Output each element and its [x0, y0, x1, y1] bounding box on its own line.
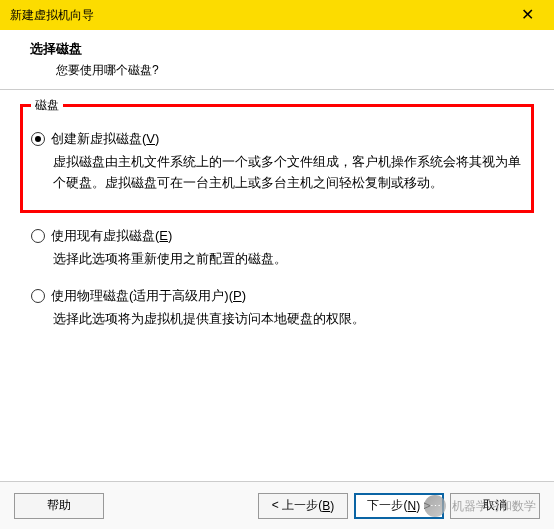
option-description: 虚拟磁盘由主机文件系统上的一个或多个文件组成，客户机操作系统会将其视为单个硬盘。…: [53, 152, 523, 194]
option-create-new-disk[interactable]: 创建新虚拟磁盘(V) 虚拟磁盘由主机文件系统上的一个或多个文件组成，客户机操作系…: [31, 130, 523, 194]
wizard-header: 选择磁盘 您要使用哪个磁盘?: [0, 30, 554, 90]
title-bar: 新建虚拟机向导 ✕: [0, 0, 554, 30]
option-use-physical-disk[interactable]: 使用物理磁盘(适用于高级用户)(P) 选择此选项将为虚拟机提供直接访问本地硬盘的…: [31, 287, 534, 330]
close-icon[interactable]: ✕: [508, 0, 546, 30]
radio-icon[interactable]: [31, 132, 45, 146]
wizard-footer: 帮助 < 上一步(B) 下一步(N) > 取消: [0, 481, 554, 529]
radio-icon[interactable]: [31, 289, 45, 303]
back-button[interactable]: < 上一步(B): [258, 493, 348, 519]
radio-icon[interactable]: [31, 229, 45, 243]
option-label: 创建新虚拟磁盘(V): [51, 130, 159, 148]
page-title: 选择磁盘: [30, 40, 554, 58]
cancel-button[interactable]: 取消: [450, 493, 540, 519]
option-use-existing-disk[interactable]: 使用现有虚拟磁盘(E) 选择此选项将重新使用之前配置的磁盘。: [31, 227, 534, 270]
content-area: 磁盘 创建新虚拟磁盘(V) 虚拟磁盘由主机文件系统上的一个或多个文件组成，客户机…: [0, 90, 554, 330]
help-button[interactable]: 帮助: [14, 493, 104, 519]
window-title: 新建虚拟机向导: [10, 7, 94, 24]
group-label: 磁盘: [31, 97, 63, 114]
option-label: 使用物理磁盘(适用于高级用户)(P): [51, 287, 246, 305]
highlighted-selection: 磁盘 创建新虚拟磁盘(V) 虚拟磁盘由主机文件系统上的一个或多个文件组成，客户机…: [20, 104, 534, 213]
option-description: 选择此选项将重新使用之前配置的磁盘。: [53, 249, 534, 270]
option-label: 使用现有虚拟磁盘(E): [51, 227, 172, 245]
next-button[interactable]: 下一步(N) >: [354, 493, 444, 519]
page-subtitle: 您要使用哪个磁盘?: [30, 62, 554, 79]
option-description: 选择此选项将为虚拟机提供直接访问本地硬盘的权限。: [53, 309, 534, 330]
